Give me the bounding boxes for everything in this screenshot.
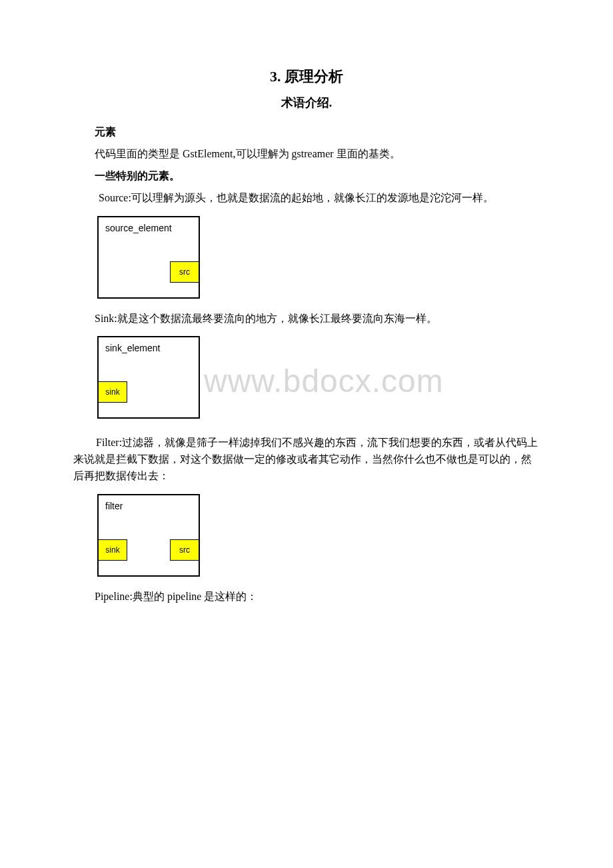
pad-src: src (170, 261, 199, 283)
diagram-sink-element: sink_element sink www.bdocx.com (97, 336, 540, 423)
paragraph-source: Source:可以理解为源头，也就是数据流的起始地，就像长江的发源地是沱沱河一样… (73, 190, 540, 207)
heading-special-elements: 一些特别的元素。 (95, 169, 540, 183)
text: Source:可以理解为源头，也就是数据流的起始地，就像长江的发源地是沱沱河一样… (96, 192, 494, 203)
diagram-source-element: source_element src (97, 216, 540, 299)
pad-sink: sink (98, 381, 127, 403)
section-title: 3. 原理分析 (73, 67, 540, 87)
element-label: source_element (105, 223, 172, 233)
pad-sink: sink (98, 539, 127, 561)
paragraph-filter: Filter:过滤器，就像是筛子一样滤掉我们不感兴趣的东西，流下我们想要的东西，… (73, 435, 540, 484)
document-page: 3. 原理分析 术语介绍. 元素 代码里面的类型是 GstElement,可以理… (0, 0, 613, 665)
element-box: source_element src (97, 216, 200, 299)
text: Filter:过滤器，就像是筛子一样滤掉我们不感兴趣的东西，流下我们想要的东西，… (73, 437, 538, 481)
element-label: filter (105, 501, 123, 511)
diagram-filter-element: filter sink src (97, 494, 540, 577)
watermark-text: www.bdocx.com (204, 363, 444, 399)
paragraph: 代码里面的类型是 GstElement,可以理解为 gstreamer 里面的基… (95, 146, 540, 163)
element-box: filter sink src (97, 494, 200, 577)
section-subtitle: 术语介绍. (73, 95, 540, 111)
paragraph-pipeline: Pipeline:典型的 pipeline 是这样的： (95, 589, 540, 605)
paragraph-sink: Sink:就是这个数据流最终要流向的地方，就像长江最终要流向东海一样。 (95, 311, 540, 327)
element-box: sink_element sink (97, 336, 200, 419)
pad-src: src (170, 539, 199, 561)
heading-element: 元素 (95, 125, 540, 139)
element-label: sink_element (105, 343, 161, 353)
